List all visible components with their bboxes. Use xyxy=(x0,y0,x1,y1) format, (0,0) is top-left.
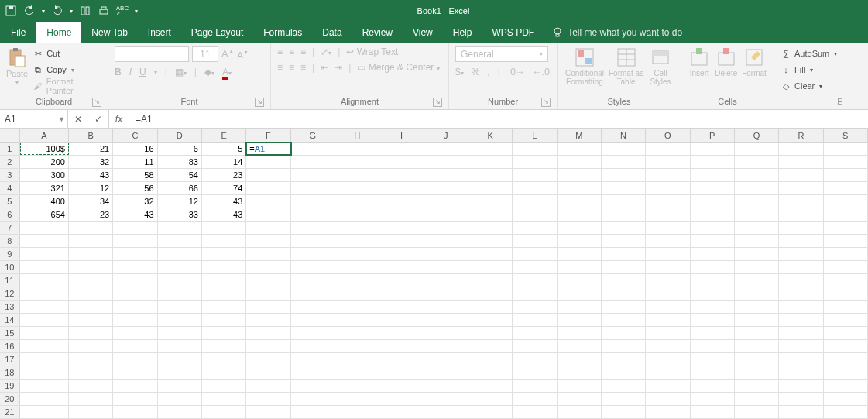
cell-A17[interactable] xyxy=(20,353,69,366)
cell-A4[interactable]: 321 xyxy=(20,182,69,194)
cell-B5[interactable]: 34 xyxy=(69,195,113,208)
cell-I21[interactable] xyxy=(379,406,424,418)
tab-page-layout[interactable]: Page Layout xyxy=(181,22,253,43)
cell-S15[interactable] xyxy=(824,327,868,339)
cell-J13[interactable] xyxy=(424,301,468,313)
cell-A1[interactable]: 100$ xyxy=(20,143,69,155)
cell-G12[interactable] xyxy=(291,287,335,300)
align-middle-icon[interactable]: ≡ xyxy=(289,46,294,57)
cell-S8[interactable] xyxy=(824,235,868,247)
cell-F15[interactable] xyxy=(246,327,290,339)
cell-G10[interactable] xyxy=(291,261,335,273)
cell-O10[interactable] xyxy=(646,261,690,273)
column-header-L[interactable]: L xyxy=(513,129,557,142)
cell-S20[interactable] xyxy=(824,393,868,405)
cell-M20[interactable] xyxy=(558,393,602,405)
cell-J17[interactable] xyxy=(424,353,468,366)
cell-E11[interactable] xyxy=(202,274,246,287)
cell-M2[interactable] xyxy=(558,156,602,168)
cell-G1[interactable] xyxy=(291,143,335,155)
cell-G15[interactable] xyxy=(291,327,335,339)
cell-B11[interactable] xyxy=(69,274,113,287)
cell-F17[interactable] xyxy=(246,353,290,366)
cell-O5[interactable] xyxy=(646,195,690,208)
cell-D16[interactable] xyxy=(158,340,202,352)
cell-R9[interactable] xyxy=(779,248,823,260)
cell-E12[interactable] xyxy=(202,287,246,300)
dialog-launcher-icon[interactable]: ↘ xyxy=(433,98,442,107)
cell-N14[interactable] xyxy=(602,314,646,326)
row-header-18[interactable]: 18 xyxy=(0,366,20,379)
cell-C20[interactable] xyxy=(113,393,157,405)
cell-Q19[interactable] xyxy=(735,380,779,392)
undo-dropdown-icon[interactable]: ▾ xyxy=(42,8,45,15)
cell-E18[interactable] xyxy=(202,366,246,379)
name-box[interactable]: A1▼ xyxy=(0,110,68,128)
cell-N17[interactable] xyxy=(602,353,646,366)
cell-F14[interactable] xyxy=(246,314,290,326)
column-header-M[interactable]: M xyxy=(558,129,602,142)
cell-C21[interactable] xyxy=(113,406,157,418)
cell-O11[interactable] xyxy=(646,274,690,287)
autosum-button[interactable]: ∑AutoSum▾ xyxy=(781,46,837,60)
cell-E15[interactable] xyxy=(202,327,246,339)
cell-H17[interactable] xyxy=(335,353,379,366)
cell-N21[interactable] xyxy=(602,406,646,418)
cell-S3[interactable] xyxy=(824,169,868,181)
cell-H8[interactable] xyxy=(335,235,379,247)
cell-E3[interactable]: 23 xyxy=(202,169,246,181)
cell-K21[interactable] xyxy=(468,406,513,418)
cell-C8[interactable] xyxy=(113,235,157,247)
cell-L1[interactable] xyxy=(513,143,557,155)
cell-L4[interactable] xyxy=(513,182,557,194)
cell-F6[interactable] xyxy=(246,208,290,221)
cell-R14[interactable] xyxy=(779,314,823,326)
cell-P19[interactable] xyxy=(691,380,735,392)
cell-Q16[interactable] xyxy=(735,340,779,352)
row-header-21[interactable]: 21 xyxy=(0,406,20,418)
cell-A13[interactable] xyxy=(20,301,69,313)
cell-F4[interactable] xyxy=(246,182,290,194)
cell-Q20[interactable] xyxy=(735,393,779,405)
column-header-S[interactable]: S xyxy=(824,129,868,142)
tab-file[interactable]: File xyxy=(0,22,36,43)
cell-S10[interactable] xyxy=(824,261,868,273)
cell-H21[interactable] xyxy=(335,406,379,418)
cell-M9[interactable] xyxy=(558,248,602,260)
cell-J6[interactable] xyxy=(424,208,468,221)
cell-F1[interactable]: =A1 xyxy=(246,143,290,155)
tell-me-search[interactable]: Tell me what you want to do xyxy=(552,22,682,43)
cell-M18[interactable] xyxy=(558,366,602,379)
decrease-font-icon[interactable]: A▼ xyxy=(238,50,249,60)
row-header-1[interactable]: 1 xyxy=(0,143,20,155)
cell-M13[interactable] xyxy=(558,301,602,313)
cell-B18[interactable] xyxy=(69,366,113,379)
cell-R12[interactable] xyxy=(779,287,823,300)
format-as-table-button[interactable]: Format as Table xyxy=(609,46,643,86)
cell-A12[interactable] xyxy=(20,287,69,300)
cell-L12[interactable] xyxy=(513,287,557,300)
cell-P5[interactable] xyxy=(691,195,735,208)
cell-H5[interactable] xyxy=(335,195,379,208)
cell-E9[interactable] xyxy=(202,248,246,260)
cell-K17[interactable] xyxy=(468,353,513,366)
dialog-launcher-icon[interactable]: ↘ xyxy=(255,98,264,107)
cell-C4[interactable]: 56 xyxy=(113,182,157,194)
cell-Q1[interactable] xyxy=(735,143,779,155)
cell-F12[interactable] xyxy=(246,287,290,300)
cell-H15[interactable] xyxy=(335,327,379,339)
tab-view[interactable]: View xyxy=(403,22,443,43)
cell-K3[interactable] xyxy=(468,169,513,181)
cell-C1[interactable]: 16 xyxy=(113,143,157,155)
cell-R18[interactable] xyxy=(779,366,823,379)
tab-formulas[interactable]: Formulas xyxy=(253,22,312,43)
cell-F9[interactable] xyxy=(246,248,290,260)
cell-D11[interactable] xyxy=(158,274,202,287)
cell-R4[interactable] xyxy=(779,182,823,194)
cell-A19[interactable] xyxy=(20,380,69,392)
column-header-R[interactable]: R xyxy=(779,129,823,142)
cell-L9[interactable] xyxy=(513,248,557,260)
cell-O6[interactable] xyxy=(646,208,690,221)
cell-J19[interactable] xyxy=(424,380,468,392)
cell-G13[interactable] xyxy=(291,301,335,313)
